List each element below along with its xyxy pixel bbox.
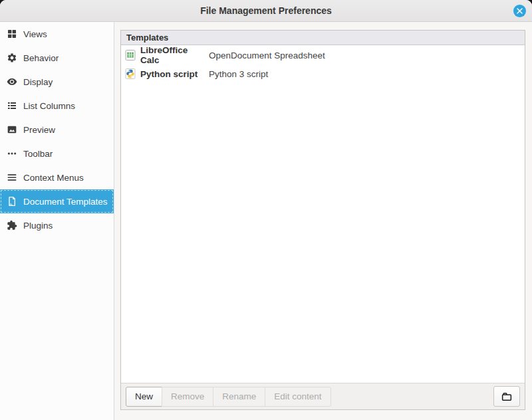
image-icon xyxy=(7,124,17,135)
document-icon xyxy=(7,196,17,207)
templates-header-label: Templates xyxy=(126,33,168,43)
sidebar-item-label: Display xyxy=(23,77,53,87)
templates-toolbar: New Remove Rename Edit content xyxy=(121,383,525,409)
sidebar-item-preview[interactable]: Preview xyxy=(0,118,114,142)
sidebar-item-label: Context Menus xyxy=(23,173,84,183)
sidebar-item-plugins[interactable]: Plugins xyxy=(0,213,114,237)
window-content: Views Behavior Display xyxy=(0,22,532,420)
sidebar-item-label: Views xyxy=(23,29,47,39)
list-columns-icon xyxy=(7,100,17,111)
sidebar: Views Behavior Display xyxy=(0,22,114,420)
sidebar-item-views[interactable]: Views xyxy=(0,22,114,46)
puzzle-icon xyxy=(7,220,17,231)
hamburger-icon xyxy=(7,172,17,183)
main-area: Templates LibreOffice Calc OpenDocument … xyxy=(114,22,532,420)
remove-button[interactable]: Remove xyxy=(162,387,213,407)
templates-button-group: New Remove Rename Edit content xyxy=(126,387,331,407)
close-icon xyxy=(516,7,523,15)
templates-panel: Templates LibreOffice Calc OpenDocument … xyxy=(120,30,525,410)
templates-header: Templates xyxy=(121,31,525,45)
preferences-window: File Management Preferences Views Behavi… xyxy=(0,0,532,420)
templates-list: LibreOffice Calc OpenDocument Spreadshee… xyxy=(121,45,525,383)
sidebar-item-label: Behavior xyxy=(23,53,59,63)
dots-icon xyxy=(7,148,17,159)
template-description: OpenDocument Spreadsheet xyxy=(209,51,325,60)
folder-icon xyxy=(501,391,513,403)
grid-icon xyxy=(7,29,17,39)
sidebar-item-display[interactable]: Display xyxy=(0,70,114,94)
window-title: File Management Preferences xyxy=(200,5,332,16)
sidebar-item-behavior[interactable]: Behavior xyxy=(0,46,114,70)
sidebar-item-list-columns[interactable]: List Columns xyxy=(0,94,114,118)
gear-icon xyxy=(7,52,17,63)
rename-button[interactable]: Rename xyxy=(213,387,265,407)
template-description: Python 3 script xyxy=(209,69,268,79)
sidebar-item-label: Toolbar xyxy=(23,149,53,159)
template-row-libreoffice-calc[interactable]: LibreOffice Calc OpenDocument Spreadshee… xyxy=(121,46,525,64)
template-row-python-script[interactable]: Python script Python 3 script xyxy=(121,64,525,83)
edit-content-button[interactable]: Edit content xyxy=(265,387,331,407)
sidebar-item-label: Document Templates xyxy=(23,197,108,207)
sidebar-item-toolbar[interactable]: Toolbar xyxy=(0,142,114,165)
template-name: LibreOffice Calc xyxy=(140,45,209,65)
titlebar: File Management Preferences xyxy=(0,0,532,22)
eye-icon xyxy=(7,76,17,87)
close-button[interactable] xyxy=(513,5,526,17)
template-name: Python script xyxy=(140,69,209,79)
python-icon xyxy=(125,68,136,79)
sidebar-item-label: List Columns xyxy=(23,101,75,111)
open-templates-folder-button[interactable] xyxy=(493,386,520,407)
new-button[interactable]: New xyxy=(126,387,162,407)
sidebar-item-context-menus[interactable]: Context Menus xyxy=(0,165,114,189)
libreoffice-calc-icon xyxy=(125,50,136,60)
sidebar-item-document-templates[interactable]: Document Templates xyxy=(0,189,114,213)
sidebar-item-label: Plugins xyxy=(23,221,53,231)
sidebar-item-label: Preview xyxy=(23,125,55,135)
